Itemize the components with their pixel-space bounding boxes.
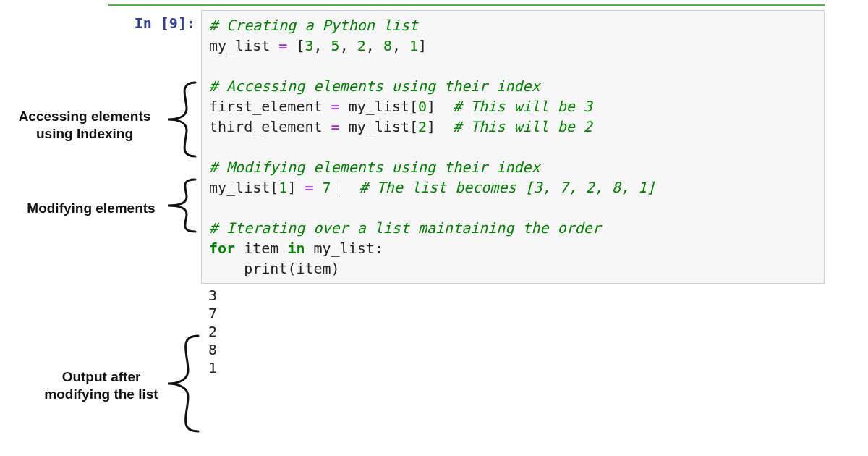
- code-comment: # This will be 2: [435, 118, 592, 135]
- code-op: =: [296, 179, 322, 196]
- code-var: my_list[: [349, 98, 418, 115]
- code-op: =: [323, 98, 349, 115]
- code-num: 8: [383, 37, 392, 54]
- code-keyword: for: [209, 240, 235, 257]
- text-cursor-icon: [341, 180, 341, 196]
- code-num: 2: [418, 118, 427, 135]
- top-separator: [109, 4, 825, 6]
- cell-output: 3 7 2 8 1: [201, 284, 825, 377]
- code-num: 3: [305, 37, 313, 54]
- code-comment: # Modifying elements using their index: [209, 159, 540, 176]
- code-op: =: [323, 118, 349, 135]
- annotation-label-indexing: Accessing elements using Indexing: [9, 108, 161, 143]
- code-op: =: [270, 37, 296, 54]
- code-bracket: ]: [427, 118, 435, 135]
- code-var: third_element: [209, 118, 323, 135]
- code-num: 1: [278, 179, 287, 196]
- input-row: In [9]: # Creating a Python list my_list…: [109, 10, 825, 284]
- code-var: my_list[: [349, 118, 418, 135]
- code-comment: # The list becomes [3, 7, 2, 8, 1]: [342, 179, 655, 196]
- code-comment: # Accessing elements using their index: [209, 77, 540, 95]
- code-func: print: [244, 260, 287, 277]
- code-var: my_list:: [305, 240, 383, 257]
- output-line: 8: [208, 341, 217, 358]
- code-comment: # Creating a Python list: [209, 17, 418, 34]
- output-row: 3 7 2 8 1: [109, 284, 825, 377]
- notebook-cell: In [9]: # Creating a Python list my_list…: [109, 10, 825, 377]
- code-bracket: ]: [287, 179, 296, 196]
- brace-icon: [163, 333, 201, 434]
- code-indent: [209, 260, 244, 277]
- code-num: 7: [323, 179, 331, 196]
- code-var: first_element: [209, 98, 323, 115]
- code-bracket: ]: [427, 98, 435, 115]
- code-comment: # This will be 3: [435, 98, 592, 115]
- code-var: item: [235, 240, 287, 257]
- code-bracket: [: [296, 37, 305, 54]
- output-line: 3: [208, 287, 217, 304]
- code-var: my_list[: [209, 179, 278, 196]
- code-keyword: in: [287, 240, 305, 257]
- code-comment: # Iterating over a list maintaining the …: [209, 219, 601, 237]
- code-bracket: ]: [418, 37, 427, 54]
- code-editor[interactable]: # Creating a Python list my_list = [3, 5…: [201, 10, 825, 284]
- brace-icon: [163, 80, 198, 159]
- output-line: 2: [208, 323, 217, 340]
- output-line: 1: [208, 359, 217, 376]
- annotation-label-output: Output after modifying the list: [36, 368, 166, 403]
- brace-icon: [163, 177, 198, 235]
- code-args: (item): [287, 260, 339, 277]
- code-num: 5: [331, 37, 340, 54]
- code-num: 1: [409, 37, 418, 54]
- code-var: my_list: [209, 37, 270, 54]
- code-num: 0: [418, 98, 427, 115]
- annotation-label-modifying: Modifying elements: [19, 200, 163, 217]
- output-line: 7: [208, 305, 217, 322]
- code-num: 2: [357, 37, 366, 54]
